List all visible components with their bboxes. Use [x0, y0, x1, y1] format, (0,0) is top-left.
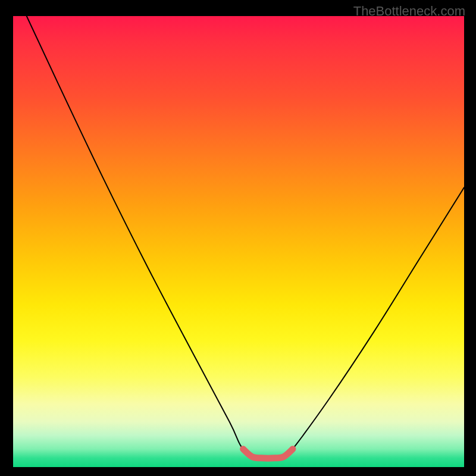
watermark-text: TheBottleneck.com — [353, 4, 465, 19]
plot-area — [13, 16, 464, 467]
bottleneck-curve-line — [27, 16, 464, 459]
chart-svg — [13, 16, 464, 467]
highlight-segment — [243, 449, 293, 458]
